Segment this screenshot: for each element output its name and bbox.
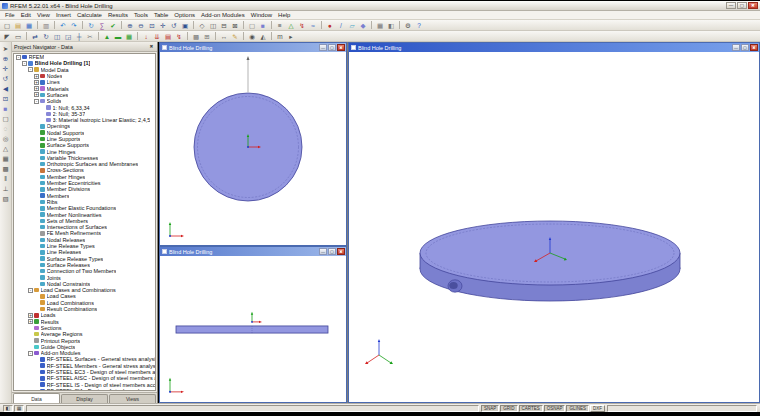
- collapse-icon[interactable]: -: [28, 67, 33, 72]
- clipping-icon[interactable]: △: [1, 144, 11, 153]
- grid-toggle-icon[interactable]: ▦: [1, 154, 11, 163]
- expand-icon[interactable]: +: [34, 80, 39, 85]
- print-icon[interactable]: ▥: [41, 21, 51, 30]
- restore-icon[interactable]: ▢: [737, 2, 747, 9]
- save-icon[interactable]: ▦: [24, 21, 34, 30]
- restore-icon[interactable]: ▢: [741, 44, 749, 51]
- rotate-view-icon[interactable]: ↺: [169, 21, 179, 30]
- free-load-icon[interactable]: ↯: [174, 32, 184, 41]
- line-load-icon[interactable]: ⇊: [152, 32, 162, 41]
- front-view-canvas[interactable]: [160, 256, 346, 402]
- child-title-bar[interactable]: Blind Hole Drilling —▢✖: [160, 247, 346, 256]
- previous-view-icon[interactable]: ◀: [1, 84, 11, 93]
- solid-display-icon[interactable]: ■: [258, 21, 268, 30]
- restore-icon[interactable]: ▢: [328, 248, 336, 255]
- surface-support-icon[interactable]: ▦: [124, 32, 134, 41]
- select-icon[interactable]: ◤: [2, 32, 12, 41]
- tables-icon[interactable]: ▦: [375, 21, 385, 30]
- status-grid-mode-icon[interactable]: ▦: [14, 405, 24, 412]
- comment-icon[interactable]: ✎: [230, 32, 240, 41]
- units-icon[interactable]: m: [275, 32, 285, 41]
- options-icon[interactable]: ⚙: [403, 21, 413, 30]
- menu-tools[interactable]: Tools: [131, 11, 151, 19]
- view-in-y-icon[interactable]: ⊟: [219, 21, 229, 30]
- settings-icon[interactable]: ▸: [286, 32, 296, 41]
- wireframe-display-icon[interactable]: ▢: [247, 21, 257, 30]
- rotate-tool-icon[interactable]: ↺: [1, 74, 11, 83]
- minimize-icon[interactable]: —: [319, 44, 327, 51]
- mesh-settings-icon[interactable]: ⊞: [202, 32, 212, 41]
- hide-objects-icon[interactable]: ◌: [1, 124, 11, 133]
- status-select-mode-icon[interactable]: ◧: [3, 405, 13, 412]
- status-toggle-grid[interactable]: GRID: [500, 405, 517, 412]
- collapse-icon[interactable]: -: [34, 99, 39, 104]
- zoom-in-icon[interactable]: ⊕: [125, 21, 135, 30]
- menu-view[interactable]: View: [34, 11, 53, 19]
- zoom-tool-icon[interactable]: ⊕: [1, 54, 11, 63]
- view-in-z-icon[interactable]: ⊠: [230, 21, 240, 30]
- app-title-bar[interactable]: RFEM 5.22.01 x64 - Blind Hole Drilling —…: [0, 1, 760, 11]
- status-toggle-osnap[interactable]: OSNAP: [544, 405, 566, 412]
- fe-mesh-icon[interactable]: ▩: [191, 32, 201, 41]
- regenerate-icon[interactable]: ↻: [86, 21, 96, 30]
- check-model-icon[interactable]: ✔: [108, 21, 118, 30]
- navigator-close-icon[interactable]: ✖: [148, 44, 155, 49]
- zoom-all-icon[interactable]: ⊡: [1, 94, 11, 103]
- navigator-tab-display[interactable]: Display: [61, 394, 108, 403]
- new-node-icon[interactable]: ●: [325, 21, 335, 30]
- mirror-icon[interactable]: ◫: [52, 32, 62, 41]
- status-toggle-snap[interactable]: SNAP: [481, 405, 499, 412]
- viewport-isometric-view[interactable]: [349, 52, 759, 402]
- new-surface-icon[interactable]: ▱: [347, 21, 357, 30]
- show-loads-icon[interactable]: ↯: [297, 21, 307, 30]
- scale-icon[interactable]: ◲: [63, 32, 73, 41]
- surface-load-icon[interactable]: ▤: [163, 32, 173, 41]
- menu-window[interactable]: Window: [248, 11, 275, 19]
- undo-icon[interactable]: ↶: [58, 21, 68, 30]
- menu-insert[interactable]: Insert: [53, 11, 74, 19]
- expand-icon[interactable]: +: [34, 86, 39, 91]
- status-toggle-dxf[interactable]: DXF: [590, 405, 605, 412]
- collapse-icon[interactable]: -: [28, 351, 33, 356]
- expand-icon[interactable]: +: [34, 92, 39, 97]
- snap-toggle-icon[interactable]: ▩: [1, 164, 11, 173]
- select-window-icon[interactable]: ▭: [13, 32, 23, 41]
- show-results-icon[interactable]: ≈: [308, 21, 318, 30]
- expand-icon[interactable]: +: [28, 319, 33, 324]
- isolate-objects-icon[interactable]: ◎: [1, 134, 11, 143]
- expand-icon[interactable]: +: [34, 74, 39, 79]
- collapse-icon[interactable]: -: [16, 55, 21, 60]
- menu-results[interactable]: Results: [105, 11, 131, 19]
- new-solid-icon[interactable]: ◆: [358, 21, 368, 30]
- menu-options[interactable]: Options: [171, 11, 198, 19]
- collapse-icon[interactable]: -: [28, 288, 33, 293]
- navigator-title-bar[interactable]: Project Navigator - Data ✖: [12, 42, 157, 52]
- show-numbering-icon[interactable]: ≡: [275, 21, 285, 30]
- close-icon[interactable]: ✖: [337, 248, 345, 255]
- pan-view-icon[interactable]: ✛: [158, 21, 168, 30]
- isometric-view-icon[interactable]: ◇: [197, 21, 207, 30]
- isometric-canvas[interactable]: [349, 52, 759, 402]
- nodal-load-icon[interactable]: ↓: [141, 32, 151, 41]
- status-toggle-glines[interactable]: GLINES: [566, 405, 589, 412]
- menu-help[interactable]: Help: [275, 11, 293, 19]
- background-icon[interactable]: ▧: [1, 194, 11, 203]
- new-model-icon[interactable]: ▢: [2, 21, 12, 30]
- dimension-icon[interactable]: ↔: [219, 32, 229, 41]
- collapse-icon[interactable]: -: [22, 61, 27, 66]
- status-toggle-cartes[interactable]: CARTES: [519, 405, 543, 412]
- visibility-icon[interactable]: ◉: [247, 32, 257, 41]
- menu-edit[interactable]: Edit: [18, 11, 34, 19]
- calculate-icon[interactable]: ∑: [97, 21, 107, 30]
- guidelines-icon[interactable]: ‖: [1, 174, 11, 183]
- zoom-window-icon[interactable]: ⊡: [147, 21, 157, 30]
- menu-add-on-modules[interactable]: Add-on Modules: [198, 11, 248, 19]
- top-view-canvas[interactable]: [160, 52, 346, 245]
- move-copy-icon[interactable]: ⇄: [30, 32, 40, 41]
- child-title-bar[interactable]: Blind Hole Drilling —▢✖: [349, 43, 759, 52]
- full-view-icon[interactable]: ▣: [180, 21, 190, 30]
- nodal-support-icon[interactable]: ▲: [102, 32, 112, 41]
- open-project-icon[interactable]: ▤: [13, 21, 23, 30]
- navigator-tab-views[interactable]: Views: [109, 394, 156, 403]
- menu-calculate[interactable]: Calculate: [74, 11, 105, 19]
